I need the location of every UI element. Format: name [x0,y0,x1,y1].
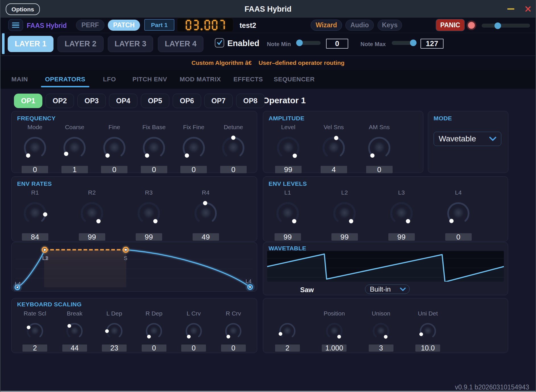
knob-value[interactable]: 99 [275,166,302,173]
knob-control[interactable] [222,320,244,342]
knob-control[interactable] [21,199,49,228]
knob-control[interactable] [444,199,473,228]
knob-control[interactable] [140,134,168,162]
op4-button[interactable]: OP4 [109,94,137,108]
knob-value[interactable]: 99 [275,233,301,241]
op8-button[interactable]: OP8 [236,94,265,108]
knob-control[interactable] [191,199,220,228]
op7-button[interactable]: OP7 [204,94,233,108]
volume-slider[interactable] [482,23,530,28]
wavetable-display[interactable] [267,251,504,282]
layer-3-button[interactable]: LAYER 3 [108,36,153,52]
wizard-button[interactable]: Wizard [311,20,342,31]
knob-value[interactable]: 44 [62,344,87,352]
tab-mod-matrix[interactable]: MOD MATRIX [180,76,221,83]
knob-control[interactable] [219,134,248,162]
knob-value[interactable]: 99 [388,233,415,241]
knob-control[interactable] [277,320,298,342]
layer-1-button[interactable]: LAYER 1 [8,36,53,52]
knob-value[interactable]: 0 [181,344,206,352]
knob-control[interactable] [387,199,416,228]
close-icon[interactable] [525,6,531,12]
enabled-checkbox[interactable] [215,38,224,48]
knob-value[interactable]: 0 [221,344,246,352]
knob-control[interactable] [100,134,129,162]
knob-value[interactable]: 0 [142,344,166,352]
knob-control[interactable] [104,320,125,342]
op1-button[interactable]: OP1 [14,94,42,108]
note-max-value[interactable]: 127 [420,39,444,49]
op3-button[interactable]: OP3 [77,94,106,108]
minimize-icon[interactable] [507,8,514,10]
knob-control[interactable] [64,320,85,342]
knob-control[interactable] [180,134,208,162]
knob-value[interactable]: 99 [136,233,162,241]
knob-control[interactable] [21,134,49,162]
knob-control[interactable] [78,199,106,228]
layer-4-button[interactable]: LAYER 4 [158,36,203,52]
knob-value[interactable]: 2 [275,344,300,352]
knob-value[interactable]: 3 [369,344,393,352]
tab-sequencer[interactable]: SEQUENCER [274,76,315,83]
knob-control[interactable] [417,320,439,342]
knob-label: Rate Scl [24,310,46,316]
knob-control[interactable] [370,320,392,342]
op6-button[interactable]: OP6 [173,94,201,108]
knob-control[interactable] [135,199,163,228]
note-min-slider[interactable] [296,41,321,45]
part-button[interactable]: Part 1 [144,19,174,31]
note-min-value[interactable]: 0 [326,39,348,49]
algorithm-bar: Custom Algorithm â€ User–defined operato… [1,56,535,70]
knob-control[interactable] [319,134,348,162]
knob-value[interactable]: 4 [321,166,347,173]
knob-control[interactable] [323,320,345,342]
note-max-slider[interactable] [392,41,417,45]
record-indicator[interactable] [467,20,476,30]
op5-button[interactable]: OP5 [141,94,169,108]
knob-control[interactable] [183,320,205,342]
patch-button[interactable]: PATCH [108,20,140,31]
tab-effects[interactable]: EFFECTS [234,76,263,83]
knob-value[interactable]: 99 [331,233,358,241]
menu-button[interactable] [8,19,23,31]
tab-pitch-env[interactable]: PITCH ENV [133,76,167,83]
knob-value[interactable]: 0 [366,166,393,173]
knob-control[interactable] [273,199,302,228]
knob-value[interactable]: 2 [22,344,47,352]
knob-control[interactable] [143,320,165,342]
knob-value[interactable]: 0 [141,166,167,173]
knob-value[interactable]: 0 [220,166,247,173]
volume-slider-thumb[interactable] [494,22,501,29]
op2-button[interactable]: OP2 [46,94,74,108]
knob-value[interactable]: 23 [102,344,127,352]
knob-control[interactable] [274,134,302,162]
tab-main[interactable]: MAIN [11,76,28,83]
knob-value[interactable]: 0 [22,166,48,173]
envelope-graph[interactable]: L4L1L2L3SL4 [12,242,257,291]
audio-button[interactable]: Audio [345,20,374,31]
mode-dropdown[interactable]: Wavetable [434,132,501,146]
tab-lfo[interactable]: LFO [103,76,116,83]
panic-button[interactable]: PANIC [436,19,464,31]
knob-value[interactable]: 49 [193,233,219,241]
knob-value[interactable]: 0 [180,166,207,173]
note-max-slider-thumb[interactable] [410,40,417,46]
layer-2-button[interactable]: LAYER 2 [57,36,104,52]
tab-operators[interactable]: OPERATORS [45,76,85,83]
note-min-slider-thumb[interactable] [296,40,303,46]
knob-value[interactable]: 0 [101,166,127,173]
wavetable-source-dropdown[interactable]: Built-in [365,284,410,294]
keys-button[interactable]: Keys [378,20,402,31]
perf-button[interactable]: PERF [76,20,104,31]
knob-value[interactable]: 1.000 [322,344,347,352]
knob-control[interactable] [60,134,89,162]
knob-value[interactable]: 1 [61,166,88,173]
options-button[interactable]: Options [6,3,40,15]
knob-control[interactable] [365,134,393,162]
knob-value[interactable]: 84 [22,233,48,241]
knob-value[interactable]: 10.0 [415,344,440,352]
knob-value[interactable]: 99 [79,233,105,241]
knob-value[interactable]: 0 [445,233,472,241]
knob-control[interactable] [330,199,359,228]
knob-control[interactable] [24,320,46,342]
